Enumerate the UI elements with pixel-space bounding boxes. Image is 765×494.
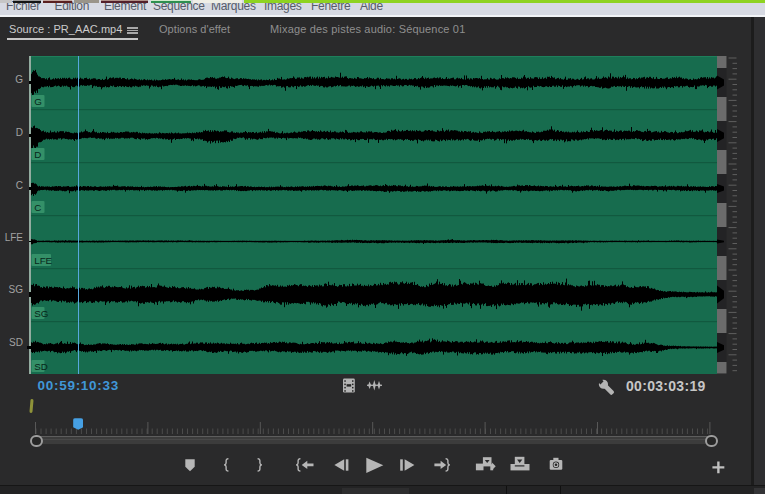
- svg-text:D: D: [34, 149, 41, 160]
- svg-text:C: C: [34, 202, 41, 213]
- svg-text:SG: SG: [34, 308, 48, 319]
- svg-text:SD: SD: [34, 361, 48, 372]
- svg-text:LFE: LFE: [34, 255, 52, 266]
- svg-text:G: G: [34, 96, 42, 107]
